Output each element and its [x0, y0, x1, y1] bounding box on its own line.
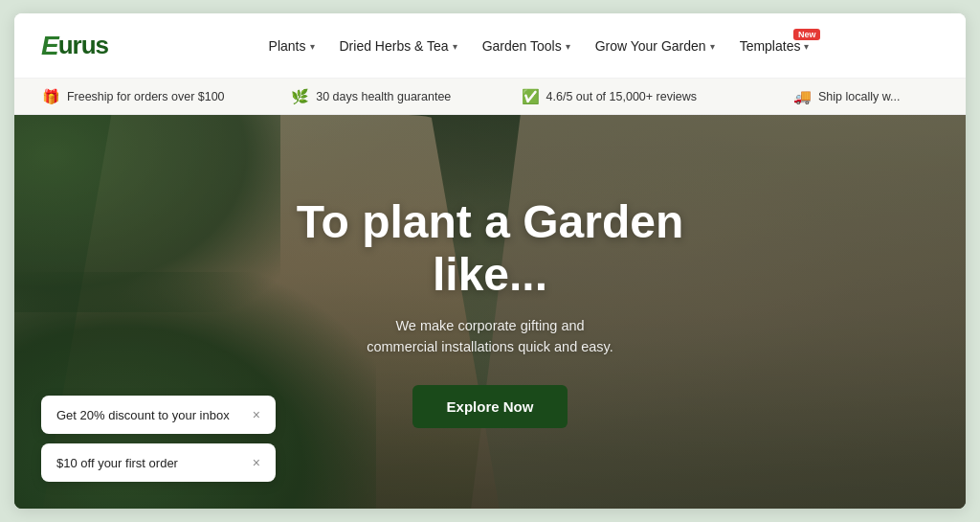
nav-item-herbs[interactable]: Dried Herbs & Tea ▾	[330, 33, 467, 59]
check-icon: ✅	[522, 88, 540, 105]
popup-firstorder-text: $10 off your first order	[56, 456, 178, 470]
popup-close-button-1[interactable]: ×	[253, 407, 260, 422]
chevron-down-icon: ▾	[566, 41, 570, 52]
logo-rest: urus	[58, 31, 108, 60]
nav-links: Plants ▾ Dried Herbs & Tea ▾ Garden Tool…	[139, 33, 939, 59]
promo-ship: 🚚 Ship locally w...	[728, 88, 967, 105]
nav-item-templates[interactable]: Templates ▾ New	[730, 33, 819, 59]
page-wrapper: E urus Plants ▾ Dried Herbs & Tea ▾ Gard…	[14, 13, 966, 509]
explore-now-button[interactable]: Explore Now	[412, 385, 568, 428]
chevron-down-icon: ▾	[710, 41, 715, 52]
hero-section: To plant a Garden like... We make corpor…	[14, 115, 966, 509]
promo-reviews: ✅ 4.6/5 out of 15,000+ reviews	[490, 88, 728, 105]
chevron-down-icon: ▾	[310, 41, 315, 52]
popup-card-firstorder: $10 off your first order ×	[41, 443, 276, 482]
leaf-icon: 🌿	[291, 88, 309, 105]
nav-label-plants: Plants	[269, 38, 306, 54]
popup-cards: Get 20% discount to your inbox × $10 off…	[41, 396, 276, 482]
navbar: E urus Plants ▾ Dried Herbs & Tea ▾ Gard…	[14, 13, 966, 79]
hero-title: To plant a Garden like...	[297, 195, 683, 301]
promo-ship-text: Ship locally w...	[818, 90, 900, 103]
chevron-down-icon: ▾	[453, 41, 457, 52]
new-badge: New	[793, 29, 821, 40]
hero-subtitle: We make corporate gifting and commercial…	[366, 316, 614, 358]
promo-guarantee-text: 30 days health guarantee	[316, 90, 451, 103]
promo-freeship-text: Freeship for orders over $100	[67, 90, 225, 103]
promo-bar: 🎁 Freeship for orders over $100 🌿 30 day…	[14, 79, 966, 115]
promo-guarantee: 🌿 30 days health guarantee	[253, 88, 491, 105]
truck-icon: 🚚	[793, 88, 812, 105]
popup-close-button-2[interactable]: ×	[253, 455, 260, 470]
nav-label-grow: Grow Your Garden	[595, 38, 706, 54]
nav-label-templates: Templates	[740, 38, 801, 54]
nav-label-herbs: Dried Herbs & Tea	[340, 38, 449, 54]
chevron-down-icon: ▾	[804, 41, 809, 52]
promo-reviews-text: 4.6/5 out of 15,000+ reviews	[546, 90, 697, 103]
nav-label-tools: Garden Tools	[482, 38, 562, 54]
popup-discount-text: Get 20% discount to your inbox	[56, 408, 230, 422]
nav-item-grow[interactable]: Grow Your Garden ▾	[586, 33, 724, 59]
popup-card-discount: Get 20% discount to your inbox ×	[41, 396, 276, 434]
nav-item-tools[interactable]: Garden Tools ▾	[473, 33, 580, 59]
logo[interactable]: E urus	[41, 31, 108, 61]
promo-freeship: 🎁 Freeship for orders over $100	[14, 88, 253, 105]
logo-letter-e: E	[41, 31, 58, 61]
nav-item-plants[interactable]: Plants ▾	[259, 33, 324, 59]
gift-icon: 🎁	[42, 88, 60, 105]
